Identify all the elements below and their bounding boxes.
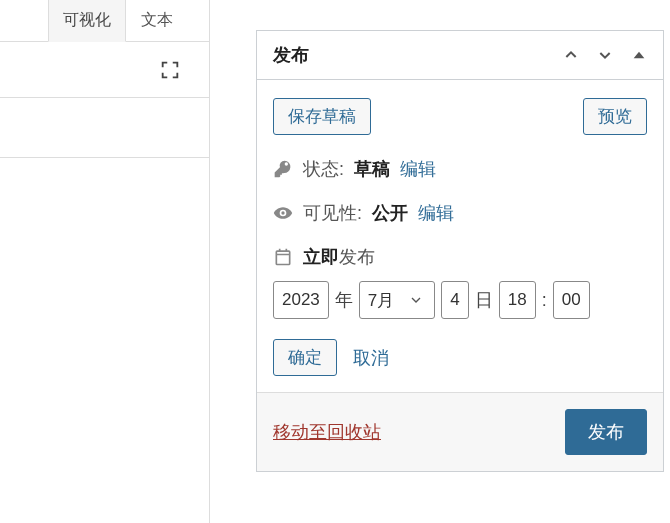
year-input[interactable]: 2023 [273, 281, 329, 319]
save-draft-button[interactable]: 保存草稿 [273, 98, 371, 135]
minute-input[interactable]: 00 [553, 281, 590, 319]
key-icon [273, 159, 293, 179]
calendar-icon [273, 247, 293, 267]
year-suffix: 年 [335, 288, 353, 312]
visibility-label: 可见性: [303, 201, 362, 225]
editor-tabs: 可视化 文本 [0, 0, 209, 42]
trash-link[interactable]: 移动至回收站 [273, 420, 381, 444]
publish-header: 发布 [257, 31, 663, 80]
visibility-value: 公开 [372, 201, 408, 225]
visibility-row: 可见性: 公开 编辑 [273, 201, 647, 225]
publish-button[interactable]: 发布 [565, 409, 647, 455]
tab-text[interactable]: 文本 [126, 0, 188, 41]
date-fields: 2023 年 7月 4 日 18 : 00 [273, 281, 647, 319]
month-value: 7月 [368, 289, 394, 312]
move-down-icon[interactable] [597, 47, 613, 63]
publish-footer: 移动至回收站 发布 [257, 392, 663, 471]
status-row: 状态: 草稿 编辑 [273, 157, 647, 181]
cancel-link[interactable]: 取消 [353, 346, 389, 370]
day-input[interactable]: 4 [441, 281, 468, 319]
status-label: 状态: [303, 157, 344, 181]
preview-button[interactable]: 预览 [583, 98, 647, 135]
day-suffix: 日 [475, 288, 493, 312]
tab-visual[interactable]: 可视化 [48, 0, 126, 42]
editor-body[interactable] [0, 98, 209, 158]
move-up-icon[interactable] [563, 47, 579, 63]
eye-icon [273, 203, 293, 223]
month-select[interactable]: 7月 [359, 281, 435, 319]
visibility-edit-link[interactable]: 编辑 [418, 201, 454, 225]
chevron-down-icon [408, 292, 424, 308]
time-colon: : [542, 290, 547, 311]
schedule-row: 立即发布 [273, 245, 647, 269]
hour-input[interactable]: 18 [499, 281, 536, 319]
publish-title: 发布 [273, 43, 309, 67]
publish-metabox: 发布 保存草稿 预览 状态 [256, 30, 664, 472]
editor-toolbar [0, 42, 209, 98]
svg-marker-0 [634, 52, 645, 59]
ok-button[interactable]: 确定 [273, 339, 337, 376]
schedule-publish-word: 发布 [339, 247, 375, 267]
status-value: 草稿 [354, 157, 390, 181]
toggle-panel-icon[interactable] [631, 47, 647, 63]
status-edit-link[interactable]: 编辑 [400, 157, 436, 181]
fullscreen-icon[interactable] [159, 59, 181, 81]
schedule-immediate: 立即 [303, 247, 339, 267]
